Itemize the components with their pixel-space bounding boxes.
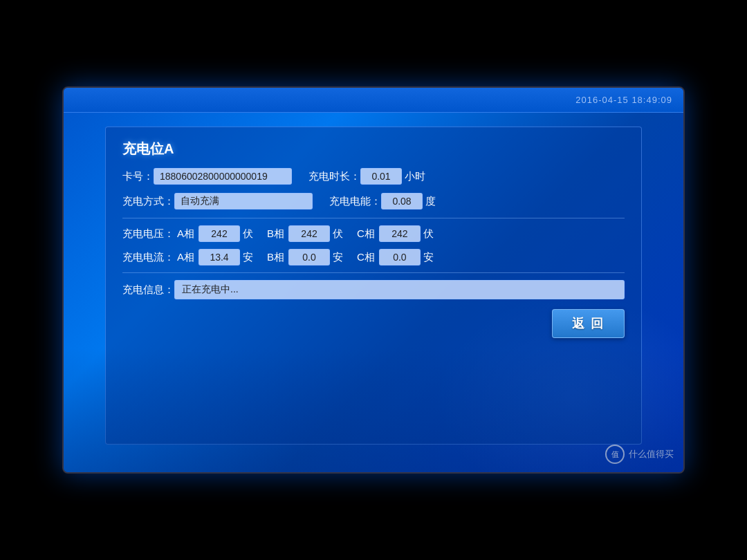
charge-method-label: 充电方式： (122, 195, 174, 208)
card-label: 卡号： (122, 170, 154, 183)
watermark-text: 什么值得买 (629, 448, 674, 460)
voltage-b-label: B相 (267, 227, 284, 241)
watermark-icon: 值 (605, 445, 625, 464)
voltage-label: 充电电压： (122, 227, 174, 241)
panel-title: 充电位A (122, 140, 625, 158)
current-row: 充电电流： A相 安 B相 安 C相 安 (122, 249, 625, 265)
voltage-row: 充电电压： A相 伏 B相 伏 C相 伏 (122, 225, 625, 242)
watermark: 值 什么值得买 (605, 445, 674, 464)
current-a-label: A相 (177, 251, 194, 264)
voltage-b-input[interactable] (288, 225, 330, 242)
charge-energy-input[interactable] (381, 193, 423, 209)
charge-duration-label: 充电时长： (308, 170, 360, 183)
card-row: 卡号： 充电时长： 小时 (122, 168, 625, 185)
voltage-c-unit: 伏 (423, 227, 434, 241)
main-panel: 充电位A 卡号： 充电时长： 小时 充电方式： 充电电能： 度 充电电压： A相… (105, 127, 642, 445)
info-row: 充电信息： (122, 280, 625, 299)
charge-duration-unit: 小时 (405, 170, 425, 183)
charge-method-input[interactable] (174, 193, 313, 209)
top-bar: 2016-04-15 18:49:09 (64, 88, 683, 113)
current-b-input[interactable] (288, 249, 330, 265)
charge-method-row: 充电方式： 充电电能： 度 (122, 193, 625, 209)
divider-1 (122, 218, 625, 218)
voltage-c-input[interactable] (379, 225, 421, 242)
charge-energy-label: 充电电能： (329, 195, 381, 208)
divider-2 (122, 272, 625, 273)
current-label: 充电电流： (122, 251, 174, 264)
current-c-input[interactable] (379, 249, 421, 265)
voltage-b-unit: 伏 (333, 227, 343, 241)
current-b-label: B相 (267, 251, 284, 264)
button-row: 返 回 (122, 309, 625, 338)
info-label: 充电信息： (122, 283, 174, 297)
charge-duration-input[interactable] (360, 168, 402, 185)
charge-energy-unit: 度 (425, 195, 436, 208)
voltage-a-input[interactable] (199, 225, 240, 242)
voltage-c-label: C相 (357, 227, 375, 241)
timestamp: 2016-04-15 18:49:09 (575, 95, 672, 105)
current-b-unit: 安 (333, 251, 343, 264)
card-number-input[interactable] (154, 168, 292, 185)
screen: 2016-04-15 18:49:09 充电位A 卡号： 充电时长： 小时 充电… (62, 86, 685, 474)
current-a-unit: 安 (243, 251, 253, 264)
current-a-input[interactable] (199, 249, 240, 265)
voltage-a-label: A相 (177, 227, 194, 241)
info-input[interactable] (174, 280, 625, 299)
current-c-unit: 安 (423, 251, 434, 264)
current-c-label: C相 (357, 251, 375, 264)
return-button[interactable]: 返 回 (552, 309, 625, 338)
voltage-a-unit: 伏 (243, 227, 253, 241)
